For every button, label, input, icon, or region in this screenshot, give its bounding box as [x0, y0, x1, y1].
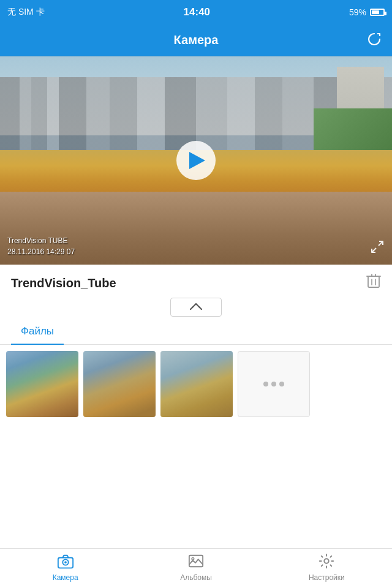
chevron-box[interactable] [170, 298, 222, 317]
video-area: TrendVision TUBE 28.11.2016 14:29 07 [0, 56, 392, 265]
delete-button[interactable] [366, 273, 381, 293]
camera-tab-icon [56, 553, 75, 571]
bottom-tab-settings[interactable]: Настройки [262, 553, 392, 584]
svg-point-9 [64, 561, 67, 564]
fullscreen-button[interactable] [370, 239, 385, 257]
svg-line-0 [379, 241, 383, 246]
albums-tab-icon [188, 553, 204, 571]
bottom-tab-camera[interactable]: Камера [0, 553, 130, 584]
file-more-button[interactable] [238, 351, 310, 417]
play-button[interactable] [176, 141, 216, 180]
battery-icon [370, 9, 385, 16]
main-content: TrendVision TUBE 28.11.2016 14:29 07 Tre… [0, 56, 392, 548]
video-overlay: TrendVision TUBE 28.11.2016 14:29 07 [7, 235, 75, 257]
svg-point-13 [325, 559, 329, 563]
status-bar: 无 SIM 卡 14:40 59% [0, 0, 392, 24]
nav-bar: Камера [0, 24, 392, 56]
nav-title: Камера [174, 33, 219, 47]
svg-line-1 [372, 248, 376, 252]
settings-tab-label: Настройки [309, 573, 345, 582]
svg-point-12 [192, 557, 194, 560]
tab-files[interactable]: Файлы [11, 319, 64, 345]
camera-tab-label: Камера [53, 573, 78, 582]
video-overlay-line2: 28.11.2016 14:29 07 [7, 246, 75, 257]
chevron-row [0, 298, 392, 319]
file-thumbnail-3[interactable] [160, 351, 233, 417]
more-dots-icon [263, 382, 284, 386]
albums-tab-label: Альбомы [180, 573, 212, 582]
file-thumbnail-2[interactable] [83, 351, 156, 417]
files-grid [0, 345, 392, 423]
battery-percent: 59% [349, 7, 366, 17]
refresh-button[interactable] [366, 31, 382, 50]
settings-tab-icon [318, 553, 334, 571]
svg-rect-11 [189, 555, 203, 567]
tabs-bar: Файлы [0, 319, 392, 345]
camera-name: TrendVision_Tube [11, 276, 116, 290]
chevron-up-icon [189, 301, 203, 314]
status-signal: 无 SIM 卡 [7, 7, 45, 18]
play-icon [189, 152, 205, 169]
bottom-tab-albums[interactable]: Альбомы [130, 553, 261, 584]
file-thumbnail-1[interactable] [6, 351, 78, 417]
status-battery-area: 59% [349, 7, 385, 17]
svg-rect-2 [368, 276, 379, 287]
video-overlay-line1: TrendVision TUBE [7, 235, 75, 246]
camera-info-row: TrendVision_Tube [0, 265, 392, 298]
status-time: 14:40 [184, 6, 210, 18]
bottom-tab-bar: Камера Альбомы Настройки [0, 548, 392, 588]
